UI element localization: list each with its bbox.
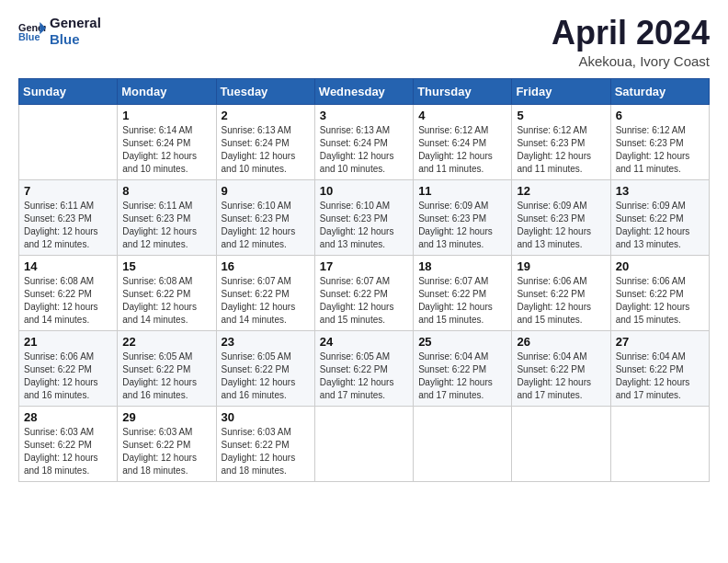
calendar-cell: 20Sunrise: 6:06 AM Sunset: 6:22 PM Dayli…: [610, 255, 709, 330]
calendar-cell: 19Sunrise: 6:06 AM Sunset: 6:22 PM Dayli…: [512, 255, 610, 330]
calendar-cell: 26Sunrise: 6:04 AM Sunset: 6:22 PM Dayli…: [512, 330, 610, 406]
calendar-cell: 17Sunrise: 6:07 AM Sunset: 6:22 PM Dayli…: [314, 255, 413, 330]
day-number: 2: [222, 109, 310, 122]
day-number: 27: [616, 335, 704, 349]
calendar-cell: [19, 104, 118, 179]
calendar-cell: 6Sunrise: 6:12 AM Sunset: 6:23 PM Daylig…: [610, 104, 709, 179]
calendar-cell: 18Sunrise: 6:07 AM Sunset: 6:22 PM Dayli…: [414, 255, 512, 330]
calendar-cell: [610, 406, 709, 481]
day-info: Sunrise: 6:06 AM Sunset: 6:22 PM Dayligh…: [517, 275, 605, 327]
calendar-title: April 2024: [552, 15, 710, 52]
day-info: Sunrise: 6:05 AM Sunset: 6:22 PM Dayligh…: [222, 350, 310, 402]
day-info: Sunrise: 6:04 AM Sunset: 6:22 PM Dayligh…: [517, 350, 605, 402]
day-info: Sunrise: 6:06 AM Sunset: 6:22 PM Dayligh…: [24, 350, 112, 402]
col-header-sunday: Sunday: [19, 78, 118, 104]
day-info: Sunrise: 6:12 AM Sunset: 6:24 PM Dayligh…: [418, 124, 506, 176]
calendar-cell: 16Sunrise: 6:07 AM Sunset: 6:22 PM Dayli…: [216, 255, 314, 330]
calendar-cell: [314, 406, 413, 481]
calendar-week-row: 14Sunrise: 6:08 AM Sunset: 6:22 PM Dayli…: [19, 255, 710, 330]
day-number: 7: [24, 184, 112, 198]
day-number: 4: [418, 109, 506, 122]
day-info: Sunrise: 6:09 AM Sunset: 6:23 PM Dayligh…: [517, 200, 605, 251]
day-info: Sunrise: 6:13 AM Sunset: 6:24 PM Dayligh…: [222, 124, 310, 176]
day-info: Sunrise: 6:09 AM Sunset: 6:22 PM Dayligh…: [616, 200, 704, 251]
day-info: Sunrise: 6:10 AM Sunset: 6:23 PM Dayligh…: [320, 200, 408, 251]
day-info: Sunrise: 6:08 AM Sunset: 6:22 PM Dayligh…: [122, 275, 210, 327]
calendar-cell: 23Sunrise: 6:05 AM Sunset: 6:22 PM Dayli…: [216, 330, 314, 406]
day-info: Sunrise: 6:07 AM Sunset: 6:22 PM Dayligh…: [320, 275, 408, 327]
calendar-cell: 22Sunrise: 6:05 AM Sunset: 6:22 PM Dayli…: [118, 330, 216, 406]
day-number: 16: [222, 259, 310, 273]
day-info: Sunrise: 6:11 AM Sunset: 6:23 PM Dayligh…: [24, 200, 112, 251]
calendar-cell: 25Sunrise: 6:04 AM Sunset: 6:22 PM Dayli…: [414, 330, 512, 406]
calendar-cell: 12Sunrise: 6:09 AM Sunset: 6:23 PM Dayli…: [512, 179, 610, 255]
day-info: Sunrise: 6:03 AM Sunset: 6:22 PM Dayligh…: [222, 426, 310, 477]
day-number: 25: [418, 335, 506, 349]
calendar-cell: 21Sunrise: 6:06 AM Sunset: 6:22 PM Dayli…: [19, 330, 118, 406]
day-number: 26: [517, 335, 605, 349]
day-number: 28: [24, 410, 112, 424]
logo-wordmark: General Blue: [50, 15, 101, 48]
calendar-week-row: 1Sunrise: 6:14 AM Sunset: 6:24 PM Daylig…: [19, 104, 710, 179]
day-info: Sunrise: 6:05 AM Sunset: 6:22 PM Dayligh…: [320, 350, 408, 402]
day-number: 24: [320, 335, 408, 349]
calendar-header-row: SundayMondayTuesdayWednesdayThursdayFrid…: [19, 78, 710, 104]
day-number: 13: [616, 184, 704, 198]
day-number: 22: [122, 335, 210, 349]
calendar-cell: 14Sunrise: 6:08 AM Sunset: 6:22 PM Dayli…: [19, 255, 118, 330]
calendar-cell: 24Sunrise: 6:05 AM Sunset: 6:22 PM Dayli…: [314, 330, 413, 406]
day-info: Sunrise: 6:14 AM Sunset: 6:24 PM Dayligh…: [122, 124, 210, 176]
day-info: Sunrise: 6:08 AM Sunset: 6:22 PM Dayligh…: [24, 275, 112, 327]
day-number: 30: [222, 410, 310, 424]
day-number: 1: [122, 109, 210, 122]
calendar-cell: 5Sunrise: 6:12 AM Sunset: 6:23 PM Daylig…: [512, 104, 610, 179]
day-info: Sunrise: 6:12 AM Sunset: 6:23 PM Dayligh…: [517, 124, 605, 176]
calendar-cell: 11Sunrise: 6:09 AM Sunset: 6:23 PM Dayli…: [414, 179, 512, 255]
day-number: 14: [24, 259, 112, 273]
col-header-saturday: Saturday: [610, 78, 709, 104]
day-number: 10: [320, 184, 408, 198]
day-info: Sunrise: 6:04 AM Sunset: 6:22 PM Dayligh…: [616, 350, 704, 402]
day-info: Sunrise: 6:09 AM Sunset: 6:23 PM Dayligh…: [418, 200, 506, 251]
calendar-cell: 8Sunrise: 6:11 AM Sunset: 6:23 PM Daylig…: [118, 179, 216, 255]
calendar-cell: 27Sunrise: 6:04 AM Sunset: 6:22 PM Dayli…: [610, 330, 709, 406]
day-info: Sunrise: 6:12 AM Sunset: 6:23 PM Dayligh…: [616, 124, 704, 176]
day-info: Sunrise: 6:07 AM Sunset: 6:22 PM Dayligh…: [222, 275, 310, 327]
calendar-cell: [512, 406, 610, 481]
calendar-week-row: 21Sunrise: 6:06 AM Sunset: 6:22 PM Dayli…: [19, 330, 710, 406]
logo: General Blue General Blue: [18, 15, 101, 48]
calendar-cell: 28Sunrise: 6:03 AM Sunset: 6:22 PM Dayli…: [19, 406, 118, 481]
day-info: Sunrise: 6:10 AM Sunset: 6:23 PM Dayligh…: [222, 200, 310, 251]
day-number: 19: [517, 259, 605, 273]
calendar-cell: 13Sunrise: 6:09 AM Sunset: 6:22 PM Dayli…: [610, 179, 709, 255]
day-info: Sunrise: 6:11 AM Sunset: 6:23 PM Dayligh…: [122, 200, 210, 251]
day-number: 3: [320, 109, 408, 122]
col-header-thursday: Thursday: [414, 78, 512, 104]
day-number: 29: [122, 410, 210, 424]
day-info: Sunrise: 6:13 AM Sunset: 6:24 PM Dayligh…: [320, 124, 408, 176]
day-number: 21: [24, 335, 112, 349]
day-number: 11: [418, 184, 506, 198]
calendar-cell: 30Sunrise: 6:03 AM Sunset: 6:22 PM Dayli…: [216, 406, 314, 481]
day-number: 6: [616, 109, 704, 122]
day-info: Sunrise: 6:03 AM Sunset: 6:22 PM Dayligh…: [24, 426, 112, 477]
col-header-monday: Monday: [118, 78, 216, 104]
calendar-cell: [414, 406, 512, 481]
calendar-cell: 7Sunrise: 6:11 AM Sunset: 6:23 PM Daylig…: [19, 179, 118, 255]
day-info: Sunrise: 6:03 AM Sunset: 6:22 PM Dayligh…: [122, 426, 210, 477]
col-header-tuesday: Tuesday: [216, 78, 314, 104]
calendar-table: SundayMondayTuesdayWednesdayThursdayFrid…: [18, 78, 710, 482]
header: General Blue General Blue April 2024 Ake…: [18, 15, 710, 69]
day-number: 9: [222, 184, 310, 198]
day-number: 18: [418, 259, 506, 273]
col-header-friday: Friday: [512, 78, 610, 104]
day-number: 5: [517, 109, 605, 122]
day-number: 12: [517, 184, 605, 198]
logo-icon: General Blue: [18, 20, 46, 42]
calendar-cell: 10Sunrise: 6:10 AM Sunset: 6:23 PM Dayli…: [314, 179, 413, 255]
day-number: 17: [320, 259, 408, 273]
day-number: 23: [222, 335, 310, 349]
calendar-cell: 15Sunrise: 6:08 AM Sunset: 6:22 PM Dayli…: [118, 255, 216, 330]
day-info: Sunrise: 6:07 AM Sunset: 6:22 PM Dayligh…: [418, 275, 506, 327]
day-info: Sunrise: 6:05 AM Sunset: 6:22 PM Dayligh…: [122, 350, 210, 402]
